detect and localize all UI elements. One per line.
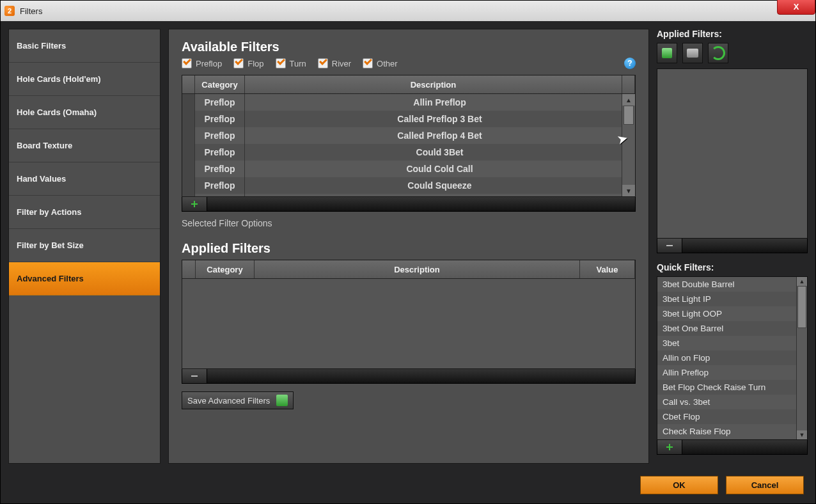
save-advanced-filters-button[interactable]: Save Advanced Filters [182, 391, 294, 409]
table-row[interactable]: PreflopCalled Preflop 4 Bet [182, 127, 635, 144]
add-filter-button[interactable] [182, 197, 207, 211]
quick-filter-item[interactable]: Allin on Flop [657, 350, 807, 365]
quick-filters-label: Quick Filters: [657, 262, 808, 272]
sidebar: Basic FiltersHole Cards (Hold'em)Hole Ca… [8, 29, 161, 464]
column-description[interactable]: Description [255, 260, 580, 278]
quick-filter-item[interactable]: Cbet Flop [657, 409, 807, 424]
minus-icon [191, 375, 198, 377]
cell-description: Called Preflop 3 Bet [245, 111, 635, 127]
remove-filter-button[interactable] [182, 369, 207, 383]
quick-filter-item[interactable]: 3bet Light OOP [657, 306, 807, 321]
applied-filters-toolbar [657, 43, 808, 63]
add-quick-filter-button[interactable] [657, 440, 682, 454]
help-icon[interactable]: ? [624, 58, 636, 69]
table-header: Category Description [182, 75, 635, 94]
table-row[interactable]: PreflopAllin Preflop [182, 94, 635, 111]
checkmark-icon [318, 58, 328, 68]
sidebar-item[interactable]: Basic Filters [9, 29, 160, 63]
column-description[interactable]: Description [245, 75, 622, 93]
applied-filters-list[interactable] [657, 68, 808, 239]
available-filters-table: Category Description PreflopAllin Preflo… [182, 75, 636, 197]
scroll-up-button[interactable]: ▲ [622, 94, 635, 106]
sidebar-item[interactable]: Board Texture [9, 129, 160, 162]
refresh-icon [711, 46, 725, 60]
quick-filter-item[interactable]: 3bet Double Barrel [657, 277, 807, 292]
street-checkbox[interactable]: Preflop [182, 58, 222, 68]
reset-filters-button[interactable] [708, 43, 728, 63]
scroll-track[interactable] [797, 286, 807, 430]
checkbox-label: Preflop [196, 59, 222, 68]
cell-category: Preflop [195, 177, 245, 194]
sidebar-item[interactable]: Hole Cards (Omaha) [9, 96, 160, 129]
remove-applied-button[interactable] [657, 239, 682, 253]
scroll-up-button[interactable]: ▲ [797, 277, 807, 286]
vertical-scrollbar[interactable]: ▲ ▼ [796, 277, 807, 439]
save-icon [276, 395, 288, 406]
app-icon: 2 [4, 6, 15, 16]
window-title: Filters [20, 6, 42, 16]
cell-category: Preflop [195, 111, 245, 127]
scroll-thumb[interactable] [797, 286, 806, 328]
scroll-thumb[interactable] [624, 106, 634, 125]
street-checkbox[interactable]: Flop [233, 58, 263, 68]
table-row[interactable]: PreflopCould Cold Call [182, 161, 635, 177]
checkmark-icon [182, 58, 192, 68]
quick-filter-item[interactable]: Allin Preflop [657, 365, 807, 380]
applied-filters-heading: Applied Filters [182, 241, 636, 256]
street-checkbox[interactable]: Turn [276, 58, 306, 68]
row-handle [182, 161, 195, 177]
scroll-track[interactable] [622, 106, 635, 185]
checkbox-label: Other [377, 59, 398, 68]
table-body[interactable]: PreflopAllin PreflopPreflopCalled Preflo… [182, 94, 635, 196]
quick-filter-item[interactable]: Check Raise Flop [657, 424, 807, 439]
column-category[interactable]: Category [196, 260, 255, 278]
table-row[interactable]: PreflopCould 3Bet [182, 144, 635, 161]
table-row[interactable]: PreflopCould Squeeze [182, 177, 635, 194]
applied-actions-bar [182, 369, 636, 384]
minus-icon [666, 245, 673, 246]
sidebar-item[interactable]: Hole Cards (Hold'em) [9, 63, 160, 96]
column-category[interactable]: Category [195, 75, 245, 93]
quick-filters-list[interactable]: 3bet Double Barrel3bet Light IP3bet Ligh… [657, 276, 808, 440]
quick-filter-item[interactable]: 3bet Light IP [657, 292, 807, 306]
checkmark-icon [363, 58, 373, 68]
ok-button[interactable]: OK [640, 476, 718, 494]
cancel-button[interactable]: Cancel [726, 476, 804, 494]
cell-description: Could Cold Call [245, 161, 635, 177]
dialog-body: Basic FiltersHole Cards (Hold'em)Hole Ca… [1, 21, 815, 471]
row-handle [182, 194, 195, 196]
load-filters-button[interactable] [682, 43, 703, 63]
quick-filter-item[interactable]: 3bet One Barrel [657, 321, 807, 336]
close-button[interactable]: X [777, 0, 815, 15]
table-body[interactable] [182, 279, 635, 368]
sidebar-item[interactable]: Filter by Actions [9, 196, 160, 229]
save-filters-button[interactable] [657, 43, 677, 63]
save-button-label: Save Advanced Filters [187, 396, 270, 406]
cell-description: Called Preflop 4 Bet [245, 127, 635, 144]
quick-filter-item[interactable]: Bet Flop Check Raise Turn [657, 380, 807, 395]
quick-filters-actions [657, 440, 808, 455]
plus-icon [191, 201, 198, 207]
checkbox-label: River [332, 59, 351, 68]
street-checkbox[interactable]: River [318, 58, 351, 68]
sidebar-item[interactable]: Filter by Bet Size [9, 229, 160, 262]
table-row[interactable]: PreflopCalled Preflop 3 Bet [182, 111, 635, 127]
sidebar-item[interactable]: Advanced Filters [9, 262, 160, 295]
scroll-gutter [622, 75, 635, 93]
cell-category: Preflop [195, 94, 245, 111]
street-checkbox[interactable]: Other [363, 58, 398, 68]
cell-category: Preflop [195, 194, 245, 196]
column-value[interactable]: Value [580, 260, 635, 278]
row-handle [182, 177, 195, 194]
quick-filter-item[interactable]: 3bet [657, 336, 807, 350]
sidebar-item[interactable]: Hand Values [9, 162, 160, 196]
vertical-scrollbar[interactable]: ▲ ▼ [622, 94, 635, 196]
cell-description: Did 3Bet [245, 194, 635, 196]
cell-description: Allin Preflop [245, 94, 635, 111]
row-handle [182, 144, 195, 161]
row-handle-header [182, 75, 195, 93]
quick-filter-item[interactable]: Call vs. 3bet [657, 395, 807, 409]
table-row[interactable]: PreflopDid 3Bet [182, 194, 635, 196]
scroll-down-button[interactable]: ▼ [797, 430, 807, 439]
scroll-down-button[interactable]: ▼ [622, 185, 635, 196]
